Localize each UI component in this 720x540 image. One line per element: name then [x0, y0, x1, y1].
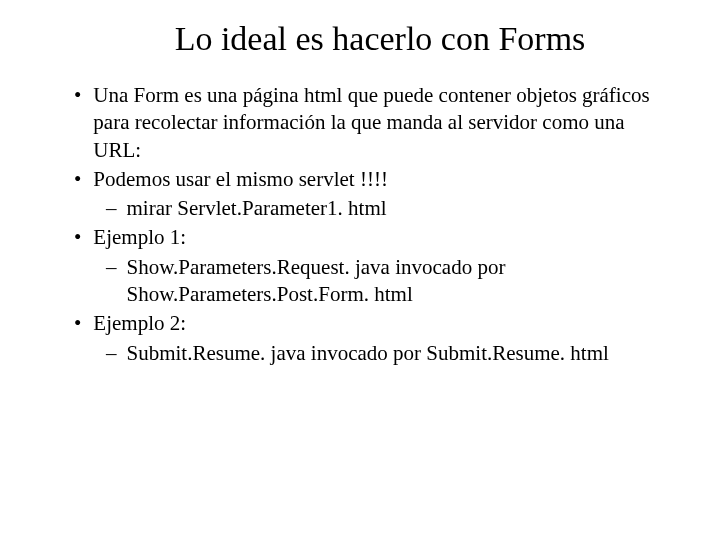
bullet-item: • Podemos usar el mismo servlet !!!! — [74, 166, 670, 193]
bullet-marker-icon: • — [74, 310, 81, 337]
bullet-text: Una Form es una página html que puede co… — [93, 82, 670, 164]
bullet-marker-icon: • — [74, 166, 81, 193]
bullet-item: • Ejemplo 2: — [74, 310, 670, 337]
sub-bullet-item: – Show.Parameters.Request. java invocado… — [106, 254, 670, 309]
dash-marker-icon: – — [106, 340, 117, 367]
bullet-marker-icon: • — [74, 224, 81, 251]
slide-content: • Una Form es una página html que puede … — [50, 82, 670, 367]
bullet-text: Podemos usar el mismo servlet !!!! — [93, 166, 670, 193]
bullet-marker-icon: • — [74, 82, 81, 109]
bullet-text: Ejemplo 2: — [93, 310, 670, 337]
sub-bullet-item: – Submit.Resume. java invocado por Submi… — [106, 340, 670, 367]
sub-bullet-text: mirar Servlet.Parameter1. html — [127, 195, 671, 222]
dash-marker-icon: – — [106, 195, 117, 222]
sub-bullet-text: Submit.Resume. java invocado por Submit.… — [127, 340, 671, 367]
sub-bullet-item: – mirar Servlet.Parameter1. html — [106, 195, 670, 222]
bullet-item: • Ejemplo 1: — [74, 224, 670, 251]
dash-marker-icon: – — [106, 254, 117, 281]
sub-bullet-text: Show.Parameters.Request. java invocado p… — [127, 254, 671, 309]
bullet-item: • Una Form es una página html que puede … — [74, 82, 670, 164]
bullet-text: Ejemplo 1: — [93, 224, 670, 251]
slide-title: Lo ideal es hacerlo con Forms — [90, 20, 670, 58]
